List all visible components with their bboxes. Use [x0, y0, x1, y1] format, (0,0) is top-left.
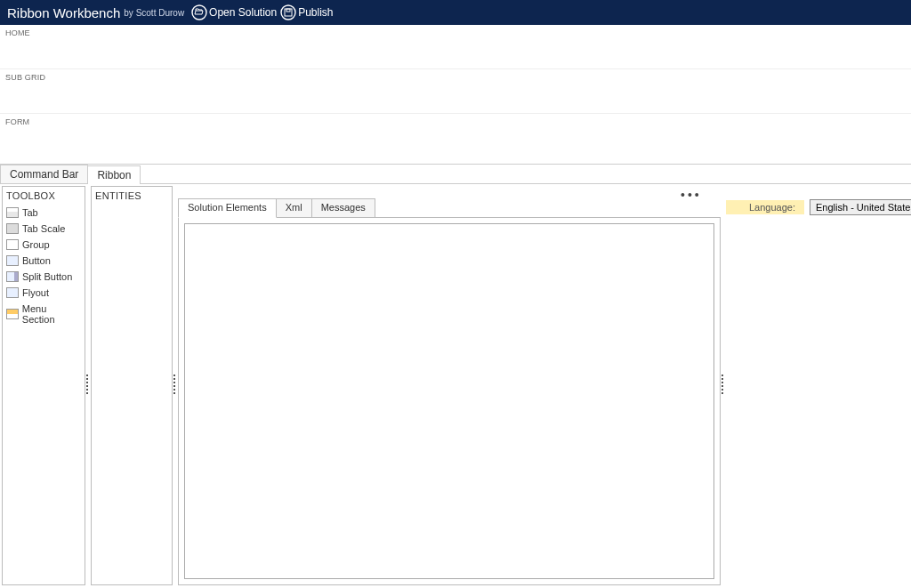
- ribbon-section-home[interactable]: HOME: [0, 25, 911, 69]
- app-header: Ribbon Workbench by Scott Durow Open Sol…: [0, 0, 911, 25]
- tab-command-bar[interactable]: Command Bar: [0, 165, 88, 183]
- language-select[interactable]: English - United States[1033]: [810, 199, 911, 215]
- solution-elements-canvas[interactable]: [184, 223, 714, 579]
- group-icon: [6, 239, 19, 250]
- open-solution-label: Open Solution: [209, 6, 277, 19]
- splitter-entities-main[interactable]: [173, 184, 176, 585]
- tab-scale-icon: [6, 223, 19, 234]
- language-label: Language:: [726, 200, 804, 214]
- toolbox-item-button[interactable]: Button: [3, 253, 85, 269]
- svg-point-1: [281, 5, 295, 20]
- toolbox-item-tab-scale[interactable]: Tab Scale: [3, 221, 85, 237]
- tab-solution-elements[interactable]: Solution Elements: [178, 198, 277, 218]
- toolbox-item-label: Split Button: [22, 271, 72, 282]
- menu-section-icon: [6, 309, 19, 319]
- tab-icon: [6, 207, 19, 218]
- app-byline: by Scott Durow: [124, 8, 184, 18]
- toolbox-item-menu-section[interactable]: Menu Section: [3, 301, 85, 327]
- ribbon-section-subgrid[interactable]: SUB GRID: [0, 69, 911, 114]
- tab-ribbon[interactable]: Ribbon: [87, 165, 141, 184]
- properties-panel: Language: English - United States[1033]: [726, 186, 909, 585]
- toolbox-header: TOOLBOX: [3, 187, 85, 205]
- toolbox-item-group[interactable]: Group: [3, 237, 85, 253]
- save-icon: [280, 4, 296, 20]
- ribbon-design-area: HOME SUB GRID FORM: [0, 25, 911, 165]
- workspace: TOOLBOX Tab Tab Scale Group Button Split…: [0, 184, 911, 585]
- svg-point-0: [192, 5, 206, 20]
- toolbox-item-label: Tab Scale: [22, 223, 65, 234]
- toolbox-item-label: Menu Section: [22, 303, 81, 325]
- overflow-menu-icon[interactable]: •••: [681, 188, 702, 202]
- tab-messages[interactable]: Messages: [311, 198, 375, 218]
- splitter-main-right[interactable]: [721, 184, 724, 585]
- view-tabs: Command Bar Ribbon: [0, 165, 911, 184]
- toolbox-panel: TOOLBOX Tab Tab Scale Group Button Split…: [2, 186, 85, 585]
- ribbon-section-form[interactable]: FORM: [0, 114, 911, 164]
- flyout-icon: [6, 287, 19, 298]
- ribbon-label-home: HOME: [5, 28, 906, 37]
- ribbon-label-subgrid: SUB GRID: [5, 73, 906, 82]
- splitter-toolbox-entities[interactable]: [85, 184, 89, 585]
- toolbox-item-flyout[interactable]: Flyout: [3, 285, 85, 301]
- toolbox-item-label: Button: [22, 255, 51, 266]
- entities-panel: ENTITIES: [91, 186, 173, 585]
- split-button-icon: [6, 271, 19, 282]
- app-title: Ribbon Workbench: [7, 5, 120, 20]
- publish-button[interactable]: Publish: [280, 4, 333, 20]
- publish-label: Publish: [298, 6, 333, 19]
- main-tabs: Solution Elements Xml Messages: [178, 198, 721, 218]
- svg-rect-2: [285, 9, 292, 16]
- folder-open-icon: [191, 4, 207, 20]
- toolbox-item-label: Group: [22, 239, 50, 250]
- ribbon-label-form: FORM: [5, 117, 906, 126]
- toolbox-item-tab[interactable]: Tab: [3, 205, 85, 221]
- tab-xml[interactable]: Xml: [276, 198, 312, 218]
- entities-header: ENTITIES: [92, 187, 172, 205]
- toolbox-item-split-button[interactable]: Split Button: [3, 269, 85, 285]
- button-icon: [6, 255, 19, 266]
- toolbox-item-label: Tab: [22, 207, 38, 218]
- language-row: Language: English - United States[1033]: [726, 198, 909, 216]
- toolbox-item-label: Flyout: [22, 287, 49, 298]
- main-content-pane: [178, 217, 721, 585]
- open-solution-button[interactable]: Open Solution: [191, 4, 277, 20]
- main-panel: ••• Solution Elements Xml Messages: [178, 186, 721, 585]
- svg-rect-3: [286, 9, 290, 12]
